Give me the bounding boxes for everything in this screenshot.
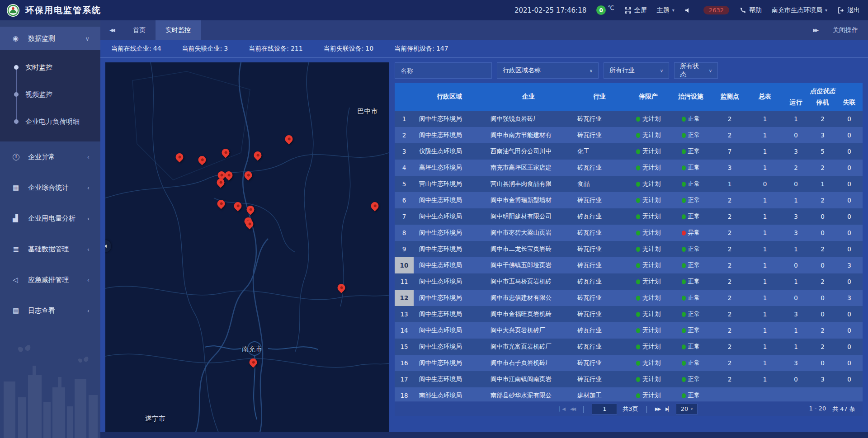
next-page-button[interactable]: ▶▶ bbox=[655, 406, 660, 411]
sidebar-subitem[interactable]: 实时监控 bbox=[0, 54, 100, 81]
cell-company: 阆中大兴页岩机砖厂 bbox=[485, 326, 572, 334]
map-city-label: 巴中市 bbox=[357, 107, 377, 115]
chart-icon bbox=[13, 214, 24, 222]
page-size-select[interactable]: 20 ∨ bbox=[676, 404, 698, 414]
table-row[interactable]: 11 阆中生态环境局 阆中市五马桥页岩机砖 砖瓦行业 无计划 正常 bbox=[395, 273, 863, 290]
cell-limit-status: 无计划 bbox=[627, 359, 670, 367]
cell-stop-count: 2 bbox=[809, 245, 836, 253]
table-header: 行政区域 企业 行业 停限产 治污设施 监测点 总表 点位状态 运行 停机 失联 bbox=[395, 83, 863, 111]
sound-button[interactable] bbox=[684, 7, 692, 14]
table-row[interactable]: 2 阆中生态环境局 阆中市南方节能建材有 砖瓦行业 无计划 正常 bbox=[395, 127, 863, 143]
cell-industry: 砖瓦行业 bbox=[572, 131, 627, 139]
table-body: 1 阆中生态环境局 阆中强锐页岩砖厂 砖瓦行业 无计划 正常 bbox=[395, 111, 863, 401]
org-dropdown[interactable]: 南充市生态环境局 ▾ bbox=[772, 6, 827, 14]
chevron-left-icon: ‹ bbox=[87, 307, 90, 314]
status-dot bbox=[682, 393, 686, 398]
industry-select[interactable]: 所有行业 ∨ bbox=[604, 62, 669, 79]
sidebar-item[interactable]: 基础数据管理 ‹ bbox=[0, 234, 100, 264]
table-row[interactable]: 12 阆中生态环境局 阆中市忠信建材有限公 砖瓦行业 无计划 正常 bbox=[395, 290, 863, 306]
datetime: 2021-02-25 17:46:18 bbox=[514, 6, 586, 14]
cell-limit-status: 无计划 bbox=[627, 164, 670, 172]
status-select[interactable]: 所有状态 ∨ bbox=[674, 62, 718, 79]
log-icon bbox=[13, 306, 24, 315]
sidebar-item[interactable]: 日志查看 ‹ bbox=[0, 295, 100, 326]
sidebar-item[interactable]: 企业异常 ‹ bbox=[0, 141, 100, 172]
cell-total-meter: 1 bbox=[747, 164, 783, 171]
cell-company: 南部县砂华水泥有限公 bbox=[485, 391, 572, 400]
cell-lost-count: 0 bbox=[836, 115, 863, 122]
region-select[interactable]: 行政区域名称 ∨ bbox=[497, 62, 599, 79]
cell-stop-count: 0 bbox=[809, 262, 836, 269]
table-row[interactable]: 15 阆中生态环境局 阆中市光富页岩机砖厂 砖瓦行业 无计划 正常 bbox=[395, 339, 863, 355]
cell-facility-status: 正常 bbox=[670, 294, 712, 302]
cell-stop-count: 2 bbox=[809, 278, 836, 285]
cell-run-count: 1 bbox=[783, 115, 809, 122]
row-number: 5 bbox=[395, 176, 414, 192]
cell-industry: 砖瓦行业 bbox=[572, 294, 627, 302]
page-number-input[interactable] bbox=[592, 404, 617, 414]
cell-monitor-count: 3 bbox=[712, 164, 747, 171]
tab[interactable]: 实时监控 ⊗ bbox=[156, 20, 201, 40]
cell-facility-status: 正常 bbox=[670, 147, 712, 155]
status-dot bbox=[682, 377, 686, 382]
tabs-scroll-right-button[interactable]: ▶▶ bbox=[813, 28, 817, 33]
status-dot bbox=[682, 182, 686, 187]
prev-page-button[interactable]: ◀◀ bbox=[570, 406, 575, 411]
table-row[interactable]: 10 阆中生态环境局 阆中千佛镇五郎垭页岩 砖瓦行业 无计划 正常 bbox=[395, 257, 863, 273]
table-row[interactable]: 7 阆中生态环境局 阆中明阳建材有限公司 砖瓦行业 无计划 正常 bbox=[395, 208, 863, 225]
notifications[interactable]: 2632 bbox=[702, 6, 729, 14]
status-dot bbox=[682, 231, 686, 235]
cell-monitor-count: 2 bbox=[712, 132, 747, 139]
table-row[interactable]: 16 阆中生态环境局 阆中市石子页岩机砖厂 砖瓦行业 无计划 正常 bbox=[395, 355, 863, 371]
cell-monitor-count: 2 bbox=[712, 197, 747, 204]
tabs-scroll-left-button[interactable]: ◀◀ bbox=[100, 20, 123, 40]
cell-total-meter: 1 bbox=[747, 278, 783, 285]
cell-total-meter: 1 bbox=[747, 213, 783, 220]
cell-stop-count: 1 bbox=[809, 180, 836, 188]
sidebar-item[interactable]: 应急减排管理 ‹ bbox=[0, 264, 100, 295]
cell-monitor-count: 2 bbox=[712, 311, 747, 318]
table-row[interactable]: 1 阆中生态环境局 阆中强锐页岩砖厂 砖瓦行业 无计划 正常 bbox=[395, 111, 863, 127]
table-row[interactable]: 3 仪陇生态环境局 西南油气田分公司川中 化工 无计划 正常 bbox=[395, 143, 863, 160]
cell-region: 阆中生态环境局 bbox=[414, 375, 485, 383]
table-row[interactable]: 8 阆中生态环境局 阆中市枣碧大梁山页岩 砖瓦行业 无计划 异常 bbox=[395, 225, 863, 241]
theme-dropdown[interactable]: 主题 ▾ bbox=[657, 6, 675, 14]
map[interactable]: 巴中市 南充市 遂宁市 ◀ bbox=[105, 62, 389, 432]
close-operations-button[interactable]: 关闭操作 bbox=[833, 26, 858, 34]
table-row[interactable]: 9 阆中生态环境局 阆中市二龙长宝页岩砖 砖瓦行业 无计划 正常 bbox=[395, 241, 863, 257]
help-button[interactable]: 帮助 bbox=[739, 6, 762, 14]
row-number: 3 bbox=[395, 143, 414, 160]
sidebar-subitem[interactable]: 企业电力负荷明细 bbox=[0, 108, 100, 135]
status-dot bbox=[682, 247, 686, 252]
first-page-button[interactable]: ▏◀ bbox=[560, 406, 565, 411]
fullscreen-button[interactable]: 全屏 bbox=[624, 6, 647, 14]
table-row[interactable]: 4 高坪生态环境局 南充市高坪区王家店建 砖瓦行业 无计划 正常 bbox=[395, 160, 863, 176]
cell-monitor-count: 1 bbox=[712, 180, 747, 188]
table-row[interactable]: 13 阆中生态环境局 阆中市金福旺页岩机砖 砖瓦行业 无计划 正常 bbox=[395, 306, 863, 322]
chevron-down-icon: ▾ bbox=[672, 8, 675, 13]
chevron-down-icon: ∨ bbox=[85, 35, 90, 42]
last-page-button[interactable]: ▶▏ bbox=[665, 406, 670, 411]
sidebar-subitem[interactable]: 视频监控 bbox=[0, 81, 100, 108]
pagination-bar: ▏◀ ◀◀ | 共3页 | ▶▶ ▶▏ 20 ∨ 1 - 20 共 47 条 bbox=[395, 401, 863, 416]
table-row[interactable]: 6 阆中生态环境局 阆中市金博瑞新型墙材 砖瓦行业 无计划 正常 bbox=[395, 192, 863, 208]
table-row[interactable]: 18 南部生态环境局 南部县砂华水泥有限公 建材加工 无计划 正常 bbox=[395, 387, 863, 401]
table-row[interactable]: 17 阆中生态环境局 阆中市江南镇阆南页岩 砖瓦行业 无计划 正常 bbox=[395, 371, 863, 387]
cell-total-meter: 1 bbox=[747, 132, 783, 139]
cell-region: 南部生态环境局 bbox=[414, 391, 485, 400]
name-search-input[interactable] bbox=[395, 62, 492, 79]
tab[interactable]: 首页 ⊗ bbox=[123, 20, 156, 40]
data-monitor-icon bbox=[13, 34, 24, 42]
cell-limit-status: 无计划 bbox=[627, 278, 670, 286]
logout-button[interactable]: 退出 bbox=[837, 6, 860, 14]
filter-bar: 行政区域名称 ∨ 所有行业 ∨ 所有状态 ∨ bbox=[395, 62, 863, 79]
cell-run-count: 3 bbox=[783, 311, 809, 318]
table-row[interactable]: 5 营山生态环境局 营山县润丰肉食品有限 食品 无计划 正常 bbox=[395, 176, 863, 192]
chevron-left-icon: ‹ bbox=[87, 215, 90, 222]
row-number: 12 bbox=[395, 290, 414, 306]
table-row[interactable]: 14 阆中生态环境局 阆中大兴页岩机砖厂 砖瓦行业 无计划 正常 bbox=[395, 322, 863, 339]
sidebar-item[interactable]: 企业综合统计 ‹ bbox=[0, 172, 100, 203]
sidebar-item-data-monitor[interactable]: 数据监测 ∨ bbox=[0, 27, 100, 50]
cell-total-meter: 1 bbox=[747, 148, 783, 155]
sidebar-item[interactable]: 企业用电量分析 ‹ bbox=[0, 203, 100, 234]
